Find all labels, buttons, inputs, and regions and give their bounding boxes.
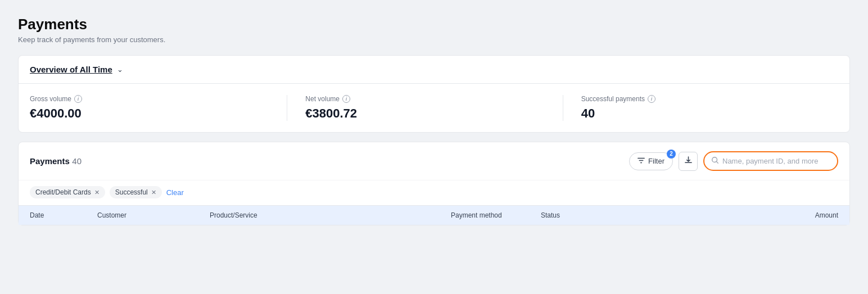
filter-tag-successful-remove[interactable]: ✕ <box>151 189 156 196</box>
gross-volume-value: €4000.00 <box>30 106 269 121</box>
page-container: Payments Keep track of payments from you… <box>0 0 868 225</box>
search-placeholder-text: Name, payment ID, and more <box>722 157 819 165</box>
overview-title: Overview of All Time <box>30 65 112 74</box>
filter-label: Filter <box>648 157 664 165</box>
clear-filters-button[interactable]: Clear <box>166 188 184 197</box>
overview-card: Overview of All Time ⌄ Gross volume i €4… <box>18 55 850 133</box>
payments-section: Payments 40 Filter 2 <box>18 142 850 225</box>
filter-tag-credit-debit-remove[interactable]: ✕ <box>94 189 100 196</box>
filter-icon <box>638 157 645 166</box>
metric-successful-payments: Successful payments i 40 <box>581 95 838 121</box>
payments-title-area: Payments 40 <box>30 156 82 166</box>
col-status: Status <box>541 211 597 219</box>
gross-volume-label: Gross volume i <box>30 95 269 103</box>
download-button[interactable] <box>679 152 698 171</box>
page-title: Payments <box>18 16 850 33</box>
net-volume-value: €3800.72 <box>305 106 544 121</box>
payments-count: 40 <box>72 156 82 166</box>
gross-volume-info-icon[interactable]: i <box>74 95 82 103</box>
search-icon <box>711 156 719 166</box>
filter-tag-successful: Successful ✕ <box>110 186 162 198</box>
successful-payments-info-icon[interactable]: i <box>648 95 655 103</box>
successful-payments-label: Successful payments i <box>581 95 820 103</box>
col-amount: Amount <box>597 211 838 219</box>
header-actions: Filter 2 <box>629 151 838 171</box>
metrics-row: Gross volume i €4000.00 Net volume i €38… <box>19 84 849 132</box>
successful-payments-value: 40 <box>581 106 820 121</box>
filter-tag-credit-debit-label: Credit/Debit Cards <box>35 188 91 196</box>
col-payment-method: Payment method <box>451 211 541 219</box>
filter-tag-successful-label: Successful <box>115 188 148 196</box>
filter-badge: 2 <box>667 150 676 159</box>
chevron-down-icon[interactable]: ⌄ <box>117 65 123 74</box>
payments-title: Payments <box>30 156 70 166</box>
search-wrapper[interactable]: Name, payment ID, and more <box>703 151 838 171</box>
table-header: Date Customer Product/Service Payment me… <box>19 205 849 225</box>
net-volume-label: Net volume i <box>305 95 544 103</box>
filter-tag-credit-debit: Credit/Debit Cards ✕ <box>30 186 105 198</box>
metric-net-volume: Net volume i €3800.72 <box>305 95 563 121</box>
net-volume-info-icon[interactable]: i <box>342 95 350 103</box>
filter-tags: Credit/Debit Cards ✕ Successful ✕ Clear <box>19 180 849 205</box>
col-customer: Customer <box>97 211 210 219</box>
payments-header: Payments 40 Filter 2 <box>19 142 849 180</box>
page-subtitle: Keep track of payments from your custome… <box>18 35 850 44</box>
metric-gross-volume: Gross volume i €4000.00 <box>30 95 287 121</box>
col-date: Date <box>30 211 97 219</box>
col-product-service: Product/Service <box>210 211 451 219</box>
filter-button[interactable]: Filter 2 <box>629 152 673 170</box>
overview-header: Overview of All Time ⌄ <box>19 56 849 84</box>
download-icon <box>684 156 693 166</box>
